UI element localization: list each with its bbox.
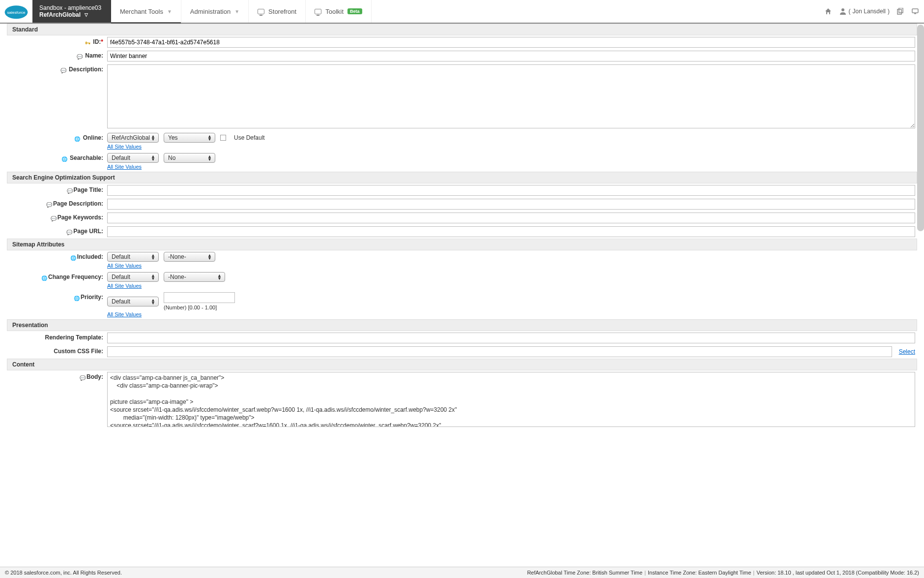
included-scope-select[interactable]: Default▲▼	[107, 252, 159, 262]
page-url-input[interactable]	[107, 226, 915, 237]
svg-rect-6	[914, 13, 916, 14]
svg-point-2	[841, 8, 844, 11]
top-navigation: salesforce Sandbox - amplience03 RefArch…	[0, 0, 924, 24]
svg-rect-4	[899, 8, 903, 13]
nav-tabs: Merchant Tools ▼ Administration ▼ Storef…	[111, 0, 372, 23]
body-textarea[interactable]: <div class="amp-ca-banner js_ca_banner">…	[107, 372, 915, 427]
section-header-sitemap: Sitemap Attributes	[7, 239, 917, 250]
site-specific-icon	[41, 274, 47, 280]
site-specific-icon	[74, 295, 80, 301]
online-value-select[interactable]: Yes▲▼	[164, 133, 215, 143]
included-value-select[interactable]: -None-▲▼	[164, 252, 215, 262]
rendering-template-input[interactable]	[107, 333, 915, 343]
section-header-content: Content	[7, 359, 917, 370]
searchable-scope-select[interactable]: Default▲▼	[107, 153, 159, 163]
section-header-presentation: Presentation	[7, 319, 917, 331]
label-priority: Priority:	[81, 294, 103, 301]
change-freq-scope-select[interactable]: Default▲▼	[107, 272, 159, 282]
tab-label: Administration	[190, 8, 231, 15]
change-freq-value-select[interactable]: -None-▲▼	[164, 272, 225, 282]
sandbox-selector[interactable]: Sandbox - amplience03 RefArchGlobal ▽	[32, 0, 111, 23]
online-scope-select[interactable]: RefArchGlobal▲▼	[107, 133, 159, 143]
name-input[interactable]	[107, 51, 915, 61]
use-default-label: Use Default	[234, 134, 265, 141]
salesforce-logo[interactable]: salesforce	[0, 0, 32, 23]
label-online: Online:	[83, 134, 103, 141]
all-site-values-link[interactable]: All Site Values	[107, 263, 142, 269]
localizable-icon	[67, 187, 73, 193]
label-page-description: Page Description:	[53, 200, 103, 207]
site-name: RefArchGlobal	[39, 11, 81, 18]
tab-storefront[interactable]: Storefront	[249, 0, 306, 23]
monitor-icon	[258, 9, 264, 14]
svg-text:salesforce: salesforce	[7, 10, 26, 15]
localizable-icon	[60, 67, 66, 73]
tab-administration[interactable]: Administration ▼	[181, 0, 249, 23]
label-rendering-template: Rendering Template:	[45, 334, 103, 341]
description-textarea[interactable]	[107, 64, 915, 128]
page-title-input[interactable]	[107, 185, 915, 196]
site-specific-icon	[70, 254, 76, 260]
custom-css-input[interactable]	[107, 346, 892, 357]
topbar-right: ( Jon Lansdell )	[824, 0, 924, 23]
localizable-icon	[66, 229, 72, 235]
priority-hint: (Number) [0.00 - 1.00]	[164, 304, 235, 310]
all-site-values-link[interactable]: All Site Values	[107, 283, 142, 289]
label-page-title: Page Title:	[74, 186, 103, 193]
priority-input[interactable]	[164, 292, 235, 303]
use-default-checkbox[interactable]	[220, 135, 226, 141]
priority-scope-select[interactable]: Default▲▼	[107, 297, 159, 306]
chevron-down-icon: ▼	[167, 9, 172, 14]
section-header-standard: Standard	[7, 24, 917, 35]
label-change-frequency: Change Frequency:	[48, 274, 103, 280]
svg-rect-3	[897, 9, 901, 14]
all-site-values-link[interactable]: All Site Values	[107, 311, 142, 317]
sandbox-label: Sandbox - amplience03	[39, 4, 104, 11]
tab-label: Storefront	[268, 8, 296, 15]
tab-label: Toolkit	[325, 8, 344, 15]
localizable-icon	[46, 201, 52, 207]
monitor-icon	[315, 9, 321, 14]
key-icon	[85, 39, 90, 45]
user-menu[interactable]: ( Jon Lansdell )	[839, 7, 890, 15]
label-custom-css: Custom CSS File:	[54, 348, 103, 355]
site-specific-icon	[74, 135, 80, 141]
svg-rect-5	[912, 9, 918, 13]
beta-badge: Beta	[347, 8, 362, 14]
localizable-icon	[51, 215, 57, 221]
localizable-icon	[80, 374, 86, 380]
device-icon[interactable]	[911, 7, 919, 15]
page-keywords-input[interactable]	[107, 213, 915, 223]
label-page-url: Page URL:	[73, 228, 103, 235]
label-page-keywords: Page Keywords:	[58, 214, 103, 221]
scrollbar[interactable]	[917, 25, 924, 231]
label-body: Body:	[87, 373, 103, 380]
tab-merchant-tools[interactable]: Merchant Tools ▼	[111, 0, 181, 23]
tab-toolkit[interactable]: Toolkit Beta	[306, 0, 371, 23]
content-area: Standard ID:* Name: Description:	[0, 24, 924, 428]
chevron-down-icon: ▼	[234, 9, 239, 14]
page-description-input[interactable]	[107, 199, 915, 210]
label-name: Name:	[85, 52, 103, 59]
username: Jon Lansdell	[853, 8, 886, 15]
dropdown-icon: ▽	[85, 12, 88, 17]
all-site-values-link[interactable]: All Site Values	[107, 144, 142, 150]
select-css-link[interactable]: Select	[899, 348, 915, 355]
label-id: ID:	[93, 38, 101, 45]
home-icon[interactable]	[824, 7, 832, 15]
site-specific-icon	[61, 155, 67, 161]
tab-label: Merchant Tools	[120, 8, 163, 15]
label-description: Description:	[69, 66, 103, 73]
section-header-seo: Search Engine Optimization Support	[7, 172, 917, 183]
label-searchable: Searchable:	[70, 154, 103, 161]
localizable-icon	[77, 53, 83, 59]
required-asterisk: *	[101, 38, 103, 45]
label-included: Included:	[77, 253, 103, 260]
searchable-value-select[interactable]: No▲▼	[164, 153, 215, 163]
all-site-values-link[interactable]: All Site Values	[107, 164, 142, 170]
id-input[interactable]	[107, 37, 915, 48]
copy-icon[interactable]	[896, 7, 904, 15]
